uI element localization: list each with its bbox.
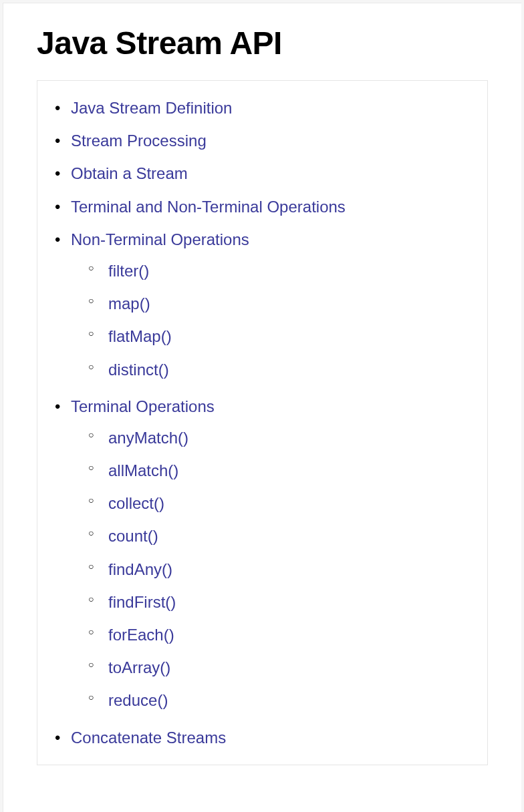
toc-sub-item: count() (108, 520, 474, 552)
toc-link-anymatch[interactable]: anyMatch() (108, 429, 188, 447)
toc-link-flatmap[interactable]: flatMap() (108, 327, 172, 345)
toc-link-non-terminal-operations[interactable]: Non-Terminal Operations (71, 230, 249, 248)
toc-sub-item: filter() (108, 254, 474, 287)
toc-link-concatenate-streams[interactable]: Concatenate Streams (71, 729, 226, 747)
toc-link-toarray[interactable]: toArray() (108, 658, 170, 676)
toc-link-filter[interactable]: filter() (108, 262, 149, 280)
toc-link-obtain-a-stream[interactable]: Obtain a Stream (71, 164, 188, 182)
toc-item: Concatenate Streams (71, 721, 474, 754)
document-page: Java Stream API Java Stream Definition S… (3, 3, 521, 812)
toc-link-findfirst[interactable]: findFirst() (108, 593, 176, 611)
toc-item: Terminal and Non-Terminal Operations (71, 190, 474, 223)
toc-sublist: anyMatch() allMatch() collect() count() … (71, 421, 474, 717)
toc-link-count[interactable]: count() (108, 527, 158, 545)
toc-sub-item: toArray() (108, 651, 474, 684)
toc-link-stream-processing[interactable]: Stream Processing (71, 132, 207, 150)
toc-sub-item: map() (108, 287, 474, 320)
table-of-contents: Java Stream Definition Stream Processing… (37, 80, 488, 765)
toc-link-terminal-and-non-terminal-operations[interactable]: Terminal and Non-Terminal Operations (71, 198, 346, 216)
toc-sub-item: distinct() (108, 353, 474, 386)
toc-item: Java Stream Definition (71, 91, 474, 124)
toc-sub-item: flatMap() (108, 320, 474, 353)
toc-item: Terminal Operations anyMatch() allMatch(… (71, 390, 474, 721)
toc-sub-item: collect() (108, 487, 474, 520)
toc-sub-item: allMatch() (108, 454, 474, 487)
toc-sub-item: findAny() (108, 553, 474, 586)
toc-link-terminal-operations[interactable]: Terminal Operations (71, 397, 215, 415)
toc-sublist: filter() map() flatMap() distinct() (71, 254, 474, 386)
toc-link-distinct[interactable]: distinct() (108, 361, 169, 379)
toc-link-collect[interactable]: collect() (108, 494, 164, 512)
toc-item: Non-Terminal Operations filter() map() f… (71, 223, 474, 390)
toc-link-findany[interactable]: findAny() (108, 560, 172, 578)
toc-list: Java Stream Definition Stream Processing… (51, 91, 474, 754)
toc-link-reduce[interactable]: reduce() (108, 691, 168, 709)
page-title: Java Stream API (37, 25, 488, 61)
toc-item: Obtain a Stream (71, 157, 474, 190)
toc-sub-item: reduce() (108, 684, 474, 717)
toc-link-java-stream-definition[interactable]: Java Stream Definition (71, 99, 232, 117)
toc-sub-item: anyMatch() (108, 421, 474, 454)
toc-sub-item: findFirst() (108, 586, 474, 618)
toc-item: Stream Processing (71, 124, 474, 157)
toc-sub-item: forEach() (108, 618, 474, 651)
toc-link-map[interactable]: map() (108, 294, 150, 313)
toc-link-allmatch[interactable]: allMatch() (108, 461, 178, 479)
toc-link-foreach[interactable]: forEach() (108, 626, 174, 644)
